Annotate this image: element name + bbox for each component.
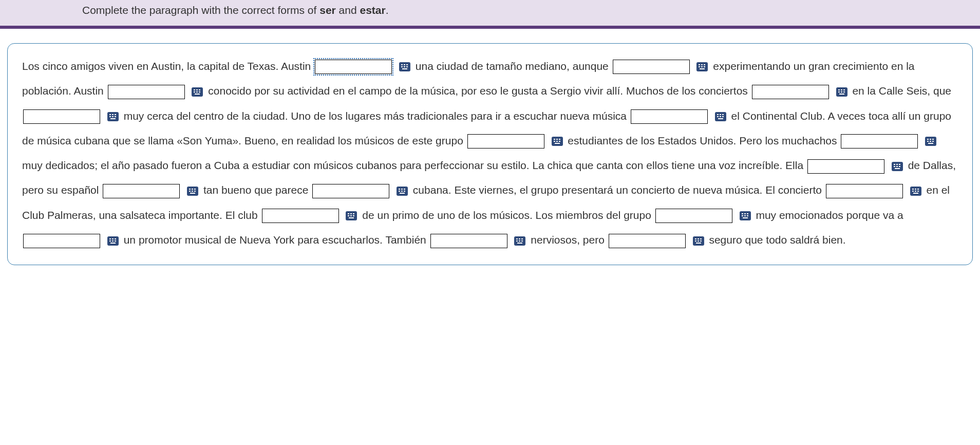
text-segment: muy dedicados; el año pasado fueron a Cu… [22, 159, 806, 171]
keyboard-icon[interactable] [187, 187, 198, 196]
keyboard-icon[interactable] [514, 236, 525, 246]
keyboard-icon[interactable] [696, 62, 708, 71]
keyboard-icon[interactable] [910, 187, 921, 196]
blank-input-9[interactable] [807, 159, 884, 174]
keyboard-icon[interactable] [740, 211, 751, 220]
keyboard-icon[interactable] [836, 87, 847, 97]
instruction-suffix: . [386, 4, 389, 16]
keyboard-icon[interactable] [107, 236, 119, 246]
text-segment: una ciudad de tamaño mediano, aunque [416, 60, 612, 72]
keyboard-icon[interactable] [346, 211, 357, 220]
text-segment: estudiantes de los Estados Unidos. Pero … [568, 135, 840, 146]
blank-input-12[interactable] [826, 184, 903, 198]
blank-input-4[interactable] [752, 85, 829, 99]
text-segment: tan bueno que parece [203, 184, 311, 196]
content-wrap: Los cinco amigos viven en Austin, la cap… [0, 29, 980, 275]
blank-input-16[interactable] [430, 234, 507, 248]
keyboard-icon[interactable] [925, 137, 936, 146]
blank-input-10[interactable] [103, 184, 180, 198]
keyboard-icon[interactable] [715, 112, 726, 121]
keyboard-icon[interactable] [399, 62, 410, 71]
blank-input-8[interactable] [841, 134, 918, 149]
keyboard-icon[interactable] [892, 162, 903, 171]
text-segment: Los cinco amigos viven en Austin, la cap… [22, 60, 311, 72]
text-segment: nerviosos, pero [531, 234, 607, 246]
keyboard-icon[interactable] [693, 236, 704, 246]
blank-input-6[interactable] [631, 109, 708, 124]
keyboard-icon[interactable] [107, 112, 119, 121]
blank-input-13[interactable] [262, 209, 339, 223]
blank-input-2[interactable] [613, 60, 690, 74]
instruction-prefix: Complete the paragraph with the correct … [82, 4, 319, 16]
instruction-term2: estar [360, 4, 385, 16]
text-segment: cubana. Este viernes, el grupo presentar… [413, 184, 825, 196]
blank-input-3[interactable] [108, 85, 185, 99]
keyboard-icon[interactable] [552, 137, 563, 146]
instruction-text: Complete the paragraph with the correct … [82, 4, 389, 16]
text-segment: conocido por su actividad en el campo de… [208, 85, 750, 97]
text-segment: un promotor musical de Nueva York para e… [124, 234, 429, 246]
text-segment: muy cerca del centro de la ciudad. Uno d… [124, 110, 630, 122]
text-segment: seguro que todo saldrá bien. [709, 234, 845, 246]
keyboard-icon[interactable] [192, 87, 203, 97]
blank-input-7[interactable] [467, 134, 544, 149]
text-segment: en la Calle Seis, que [852, 85, 951, 97]
instruction-mid: and [336, 4, 360, 16]
instruction-bar: Complete the paragraph with the correct … [0, 0, 980, 29]
instruction-term1: ser [319, 4, 336, 16]
blank-input-1[interactable] [315, 60, 392, 74]
blank-input-11[interactable] [312, 184, 389, 198]
keyboard-icon[interactable] [397, 187, 408, 196]
blank-input-15[interactable] [23, 234, 100, 248]
exercise-paragraph: Los cinco amigos viven en Austin, la cap… [7, 43, 973, 265]
blank-input-17[interactable] [609, 234, 686, 248]
blank-input-14[interactable] [655, 209, 732, 223]
text-segment: de un primo de uno de los músicos. Los m… [362, 209, 654, 221]
blank-input-5[interactable] [23, 109, 100, 124]
text-segment: muy emocionados porque va a [756, 209, 903, 221]
